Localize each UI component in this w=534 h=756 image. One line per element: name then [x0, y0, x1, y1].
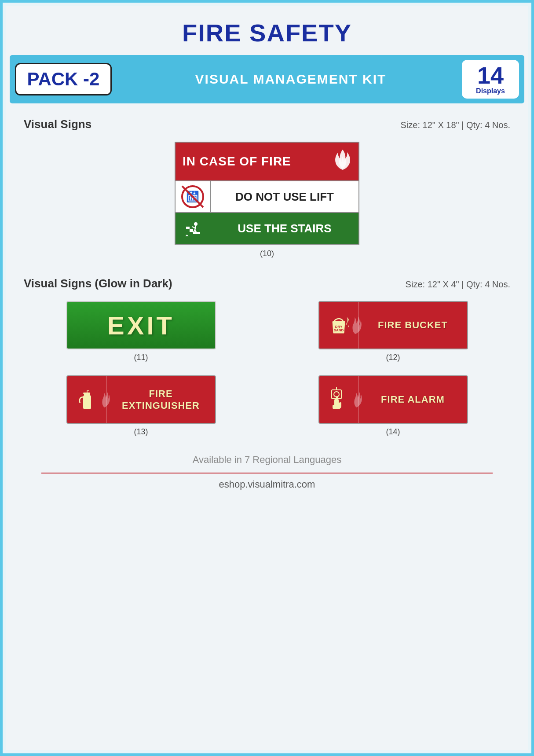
- sign10-middle: 🛗 DO NOT USE LIFT: [176, 180, 358, 213]
- extinguisher-label: FIREEXTINGUISHER: [122, 388, 200, 412]
- section1-meta: Size: 12" X 18" | Qty: 4 Nos.: [400, 120, 510, 130]
- fire-flame-icon: [334, 149, 351, 174]
- sign-13-cell: FIREEXTINGUISHER (13): [24, 375, 258, 437]
- bucket-icon-part: DRY SAND: [319, 302, 359, 349]
- stairs-icon: [176, 213, 211, 244]
- sign10-caption: (10): [260, 249, 274, 258]
- exit-sign: EXIT: [66, 301, 216, 349]
- page-title: FIRE SAFETY: [15, 18, 519, 47]
- sign10-middle-text: DO NOT USE LIFT: [211, 184, 358, 210]
- sign-14-cell: FIRE ALARM (14): [276, 375, 510, 437]
- svg-line-5: [192, 227, 195, 228]
- fire-alarm-sign: FIRE ALARM: [318, 375, 468, 424]
- fire-extinguisher-sign: FIREEXTINGUISHER: [66, 375, 216, 424]
- section-glow-signs: Visual Signs (Glow in Dark) Size: 12" X …: [6, 263, 528, 441]
- pack-label: PACK -2: [15, 63, 112, 95]
- section2-meta: Size: 12" X 4" | Qty: 4 Nos.: [406, 279, 510, 290]
- section2-header: Visual Signs (Glow in Dark) Size: 12" X …: [24, 277, 510, 290]
- extinguisher-icon-part: [67, 376, 107, 423]
- sign11-caption: (11): [134, 353, 148, 362]
- bucket-text-part: FIRE BUCKET: [359, 302, 467, 349]
- sign-10-container: IN CASE OF FIRE 🛗 DO N: [157, 142, 377, 258]
- extinguisher-text-part: FIREEXTINGUISHER: [107, 376, 215, 423]
- sign-12-cell: DRY SAND FIRE BUCKET: [276, 301, 510, 362]
- sign12-caption: (12): [386, 353, 400, 362]
- displays-number: 14: [472, 63, 508, 87]
- sign13-caption: (13): [134, 427, 148, 437]
- footer-langs: Available in 7 Regional Languages: [15, 454, 519, 466]
- alarm-icon-part: [319, 376, 359, 423]
- svg-rect-8: [333, 321, 345, 323]
- fire-bucket-sign: DRY SAND FIRE BUCKET: [318, 301, 468, 349]
- alarm-label: FIRE ALARM: [381, 393, 445, 406]
- pack-banner: PACK -2 VISUAL MANAGEMENT KIT 14 Display…: [10, 55, 524, 103]
- no-lift-circle: 🛗: [181, 185, 204, 208]
- alarm-text-part: FIRE ALARM: [359, 376, 467, 423]
- footer: Available in 7 Regional Languages eshop.…: [6, 441, 528, 495]
- exit-text: EXIT: [107, 311, 175, 340]
- fire-sign-10: IN CASE OF FIRE 🛗 DO N: [175, 142, 359, 245]
- sign14-caption: (14): [386, 427, 400, 437]
- svg-rect-1: [190, 229, 193, 232]
- sign10-top: IN CASE OF FIRE: [176, 143, 358, 180]
- no-lift-icon: 🛗: [176, 181, 211, 212]
- sign-11-cell: EXIT (11): [24, 301, 258, 362]
- svg-point-3: [194, 222, 198, 226]
- section2-title: Visual Signs (Glow in Dark): [24, 277, 172, 290]
- svg-rect-13: [83, 393, 90, 394]
- sign10-bottom: USE THE STAIRS: [176, 213, 358, 244]
- svg-line-4: [195, 226, 196, 230]
- signs-grid: EXIT (11) DRY SAND: [24, 301, 510, 437]
- footer-divider: [41, 473, 493, 473]
- sign10-top-text: IN CASE OF FIRE: [183, 154, 291, 169]
- section-visual-signs: Visual Signs Size: 12" X 18" | Qty: 4 No…: [6, 103, 528, 263]
- header: FIRE SAFETY: [6, 6, 528, 55]
- displays-box: 14 Displays: [462, 60, 519, 99]
- lift-symbol: 🛗: [186, 191, 199, 203]
- section1-header: Visual Signs Size: 12" X 18" | Qty: 4 No…: [24, 117, 510, 131]
- section1-title: Visual Signs: [24, 117, 91, 131]
- svg-rect-16: [336, 396, 338, 400]
- bucket-label: FIRE BUCKET: [378, 319, 448, 331]
- footer-url: eshop.visualmitra.com: [15, 479, 519, 490]
- sign10-bottom-text: USE THE STAIRS: [211, 216, 358, 242]
- displays-label: Displays: [472, 87, 508, 95]
- svg-text:SAND: SAND: [333, 328, 344, 332]
- svg-rect-2: [186, 227, 190, 229]
- svg-point-15: [334, 392, 339, 397]
- svg-rect-11: [83, 395, 91, 409]
- pack-subtitle: VISUAL MANAGEMENT KIT: [120, 72, 462, 87]
